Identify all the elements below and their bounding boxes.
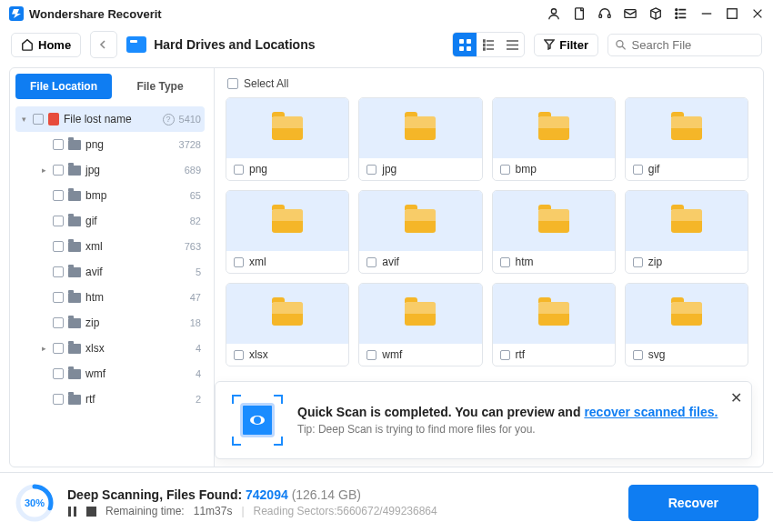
account-icon[interactable]	[547, 7, 560, 20]
close-icon[interactable]	[751, 7, 764, 20]
checkbox[interactable]	[53, 241, 64, 252]
folder-card-png[interactable]: png	[226, 97, 349, 181]
lost-file-icon	[48, 113, 59, 125]
filter-button[interactable]: Filter	[534, 34, 598, 56]
folder-icon	[405, 116, 436, 140]
view-list-button[interactable]	[500, 33, 524, 56]
checkbox[interactable]	[53, 317, 64, 328]
folder-card-htm[interactable]: htm	[492, 190, 616, 274]
recover-button[interactable]: Recover	[628, 485, 758, 521]
tree-item-rtf[interactable]: rtf2	[15, 386, 205, 412]
svg-rect-13	[483, 40, 485, 42]
folder-card-zip[interactable]: zip	[625, 190, 748, 274]
search-box[interactable]	[607, 34, 762, 56]
checkbox[interactable]	[53, 216, 64, 226]
tab-file-type[interactable]: File Type	[112, 74, 208, 99]
checkbox[interactable]	[366, 257, 376, 267]
folder-icon	[68, 369, 81, 379]
tree-item-wmf[interactable]: wmf4	[15, 361, 205, 386]
checkbox[interactable]	[33, 114, 44, 125]
help-icon[interactable]: ?	[163, 114, 175, 125]
folder-card-gif[interactable]: gif	[625, 97, 748, 181]
tree-root[interactable]: ▾ File lost name ? 5410	[15, 106, 205, 132]
folder-card-wmf[interactable]: wmf	[358, 283, 482, 366]
tree-item-avif[interactable]: avif5	[15, 259, 205, 285]
checkbox[interactable]	[500, 257, 510, 267]
checkbox[interactable]	[633, 257, 643, 267]
folder-icon	[68, 166, 81, 176]
checkbox[interactable]	[53, 394, 64, 405]
tree-item-xml[interactable]: xml763	[15, 234, 205, 259]
tree-item-gif[interactable]: gif82	[15, 208, 205, 234]
checkbox[interactable]	[53, 190, 64, 201]
stop-button[interactable]	[86, 507, 96, 517]
sidebar: File Location File Type ▾ File lost name…	[10, 68, 215, 467]
recover-files-link[interactable]: recover scanned files.	[584, 405, 718, 419]
select-all[interactable]: Select All	[226, 75, 752, 97]
folder-icon	[272, 302, 303, 326]
checkbox[interactable]	[53, 139, 64, 150]
checkbox[interactable]	[53, 266, 64, 277]
checkbox[interactable]	[366, 165, 376, 175]
headset-icon[interactable]	[598, 7, 611, 20]
checkbox[interactable]	[366, 350, 376, 360]
tree-item-zip[interactable]: zip18	[15, 310, 205, 336]
checkbox[interactable]	[234, 350, 244, 360]
folder-icon	[68, 216, 81, 226]
tree-item-bmp[interactable]: bmp65	[15, 183, 205, 208]
tree-item-png[interactable]: png3728	[15, 132, 205, 157]
list-icon[interactable]	[675, 7, 688, 20]
tree-item-jpg[interactable]: ▸jpg689	[15, 157, 205, 183]
checkbox[interactable]	[633, 165, 643, 175]
checkbox[interactable]	[227, 78, 238, 89]
folder-icon	[272, 209, 303, 233]
document-icon[interactable]	[573, 7, 586, 20]
home-button[interactable]: Home	[11, 33, 81, 57]
svg-point-6	[676, 13, 678, 15]
tree-item-xlsx[interactable]: ▸xlsx4	[15, 336, 205, 361]
checkbox[interactable]	[234, 257, 244, 267]
chevron-icon[interactable]: ▸	[39, 166, 48, 175]
checkbox[interactable]	[500, 350, 510, 360]
view-detail-button[interactable]	[477, 33, 500, 56]
folder-card-svg[interactable]: svg	[625, 283, 748, 366]
chevron-down-icon[interactable]: ▾	[19, 115, 28, 124]
mail-icon[interactable]	[624, 7, 637, 20]
folder-card-rtf[interactable]: rtf	[492, 283, 616, 366]
checkbox[interactable]	[500, 165, 510, 175]
checkbox[interactable]	[53, 165, 64, 176]
close-icon[interactable]: ✕	[730, 389, 742, 407]
search-input[interactable]	[632, 38, 755, 52]
checkbox[interactable]	[53, 292, 64, 303]
chevron-icon[interactable]: ▸	[39, 344, 48, 353]
pause-button[interactable]	[67, 507, 77, 517]
app-title: Wondershare Recoverit	[29, 7, 162, 21]
cube-icon[interactable]	[649, 7, 662, 20]
folder-card-avif[interactable]: avif	[358, 190, 482, 274]
checkbox[interactable]	[633, 350, 643, 360]
tab-file-location[interactable]: File Location	[15, 74, 112, 99]
maximize-icon[interactable]	[726, 7, 738, 20]
tree: ▾ File lost name ? 5410 png3728▸jpg689bm…	[15, 106, 208, 461]
svg-point-7	[676, 17, 678, 19]
back-button[interactable]	[90, 31, 117, 58]
tree-item-htm[interactable]: htm47	[15, 285, 205, 310]
view-grid-button[interactable]	[453, 33, 477, 56]
checkbox[interactable]	[53, 368, 64, 379]
minimize-icon[interactable]	[700, 7, 713, 20]
main-panel: Select All pngjpgbmpgifxmlavifhtmzipxlsx…	[215, 68, 763, 467]
folder-card-xml[interactable]: xml	[226, 190, 349, 274]
svg-rect-8	[728, 9, 738, 19]
svg-rect-3	[608, 15, 611, 18]
folder-icon	[671, 302, 702, 326]
svg-point-0	[551, 9, 556, 14]
svg-point-5	[676, 9, 678, 11]
folder-card-bmp[interactable]: bmp	[492, 97, 616, 181]
folder-card-xlsx[interactable]: xlsx	[226, 283, 349, 366]
svg-point-16	[617, 40, 623, 46]
checkbox[interactable]	[53, 343, 64, 354]
svg-rect-21	[86, 507, 96, 517]
folder-card-jpg[interactable]: jpg	[358, 97, 482, 181]
folder-icon	[68, 191, 81, 201]
checkbox[interactable]	[234, 165, 244, 175]
